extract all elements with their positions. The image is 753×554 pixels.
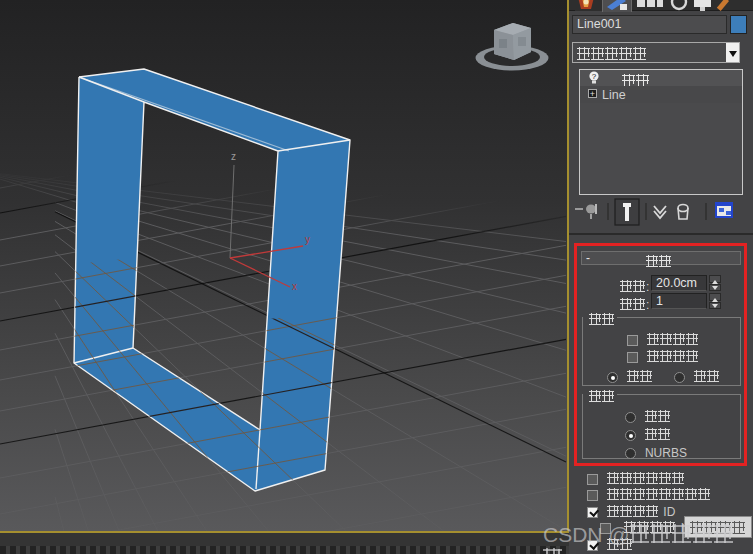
svg-text:?: ? [592, 72, 597, 81]
svg-text:x: x [292, 281, 297, 292]
svg-text:y: y [305, 234, 310, 245]
svg-text:z: z [231, 151, 236, 162]
